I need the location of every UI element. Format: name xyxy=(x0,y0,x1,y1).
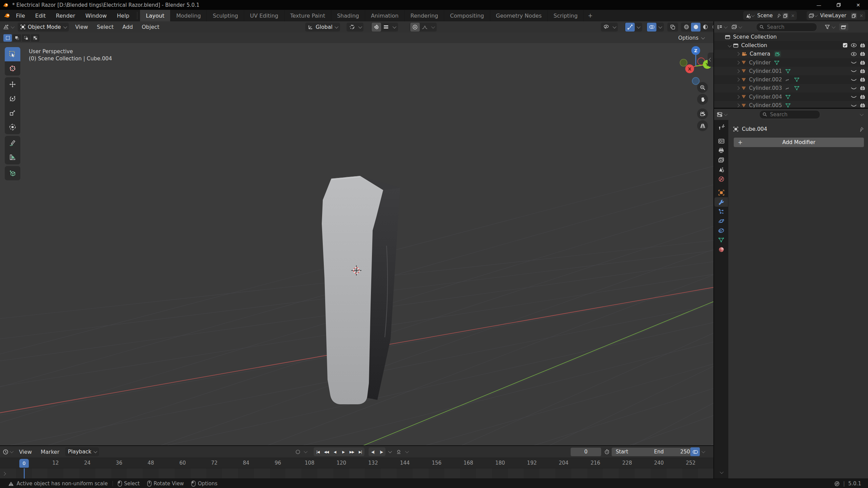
camera-visibility-icon[interactable] xyxy=(860,77,865,82)
add-modifier-button[interactable]: + Add Modifier xyxy=(734,138,864,147)
eye-closed-icon[interactable] xyxy=(851,86,857,90)
timeline-view-menu[interactable]: View xyxy=(15,449,36,455)
frame-end-field[interactable]: End 250 xyxy=(650,448,694,456)
snap-toggle[interactable] xyxy=(372,23,381,32)
editor-type-selector[interactable] xyxy=(3,24,14,30)
menu-item[interactable]: Window xyxy=(80,10,112,21)
viewport-menu-item[interactable]: Object xyxy=(137,24,164,30)
zoom-button[interactable] xyxy=(697,82,708,93)
eye-closed-icon[interactable] xyxy=(851,78,857,82)
expand-chevron-icon[interactable] xyxy=(734,70,741,73)
expand-chevron-icon[interactable] xyxy=(726,44,733,47)
close-button[interactable]: ✕ xyxy=(848,0,868,10)
playback-button[interactable]: |◀ xyxy=(314,447,322,456)
tab-object[interactable] xyxy=(714,188,728,197)
viewport-menu-item[interactable]: Select xyxy=(93,24,118,30)
outliner-row[interactable]: Camera xyxy=(714,50,868,58)
scale-tool[interactable] xyxy=(5,106,20,120)
menu-item[interactable]: Render xyxy=(51,10,80,21)
tabs-overflow-chevron[interactable] xyxy=(720,470,724,474)
tab-modifiers[interactable] xyxy=(714,197,728,207)
eye-open-icon[interactable] xyxy=(851,52,857,56)
falloff-selector[interactable] xyxy=(420,23,429,32)
xray-toggle[interactable] xyxy=(667,23,678,32)
outliner-editor-selector[interactable] xyxy=(717,24,727,29)
move-tool[interactable] xyxy=(5,77,20,92)
auto-keying-button[interactable] xyxy=(394,447,403,456)
outliner-row[interactable]: Cylinder.002 xyxy=(714,75,868,84)
copy-scene-button[interactable] xyxy=(783,13,788,19)
playback-button[interactable]: ◀ xyxy=(331,447,339,456)
tab-world[interactable] xyxy=(714,174,728,184)
playback-sync-button[interactable] xyxy=(690,447,700,456)
eye-closed-icon[interactable] xyxy=(851,69,857,73)
outliner-filter[interactable] xyxy=(825,24,834,29)
expand-chevron-icon[interactable] xyxy=(734,87,741,89)
expand-chevron-icon[interactable] xyxy=(734,96,741,98)
rotate-tool[interactable] xyxy=(5,92,20,106)
proportional-edit-toggle[interactable] xyxy=(410,23,420,32)
collection-checkbox[interactable] xyxy=(843,43,848,48)
menu-item[interactable]: Edit xyxy=(30,10,51,21)
annotate-tool[interactable] xyxy=(5,136,20,150)
eye-open-icon[interactable] xyxy=(851,43,857,47)
tab-object-data[interactable] xyxy=(714,235,728,245)
snap-to-selector[interactable] xyxy=(381,23,391,32)
scene-selector[interactable]: Scene ✕ xyxy=(743,11,797,20)
camera-visibility-icon[interactable] xyxy=(860,60,865,65)
outliner-row[interactable]: Scene Collection xyxy=(714,33,868,41)
menu-item[interactable]: File xyxy=(11,10,30,21)
select-mode-extend-button[interactable] xyxy=(13,34,21,42)
playback-button[interactable]: ◀◀ xyxy=(322,447,331,456)
tab-constraints[interactable] xyxy=(714,226,728,235)
select-mode-invert-button[interactable] xyxy=(31,34,39,42)
axis-neg-x-handle[interactable] xyxy=(680,59,687,66)
workspace-tab[interactable]: UV Editing xyxy=(244,10,284,21)
3d-viewport[interactable]: User Perspective (0) Scene Collection | … xyxy=(0,43,713,445)
tab-tool[interactable] xyxy=(714,123,728,132)
pin-icon[interactable] xyxy=(776,13,781,18)
record-button[interactable] xyxy=(293,447,302,456)
show-overlays-toggle[interactable] xyxy=(647,23,656,32)
channel-expand-chevron[interactable] xyxy=(2,472,6,475)
transform-tool[interactable] xyxy=(5,120,20,134)
outliner-search[interactable] xyxy=(756,23,817,32)
outliner-row[interactable]: Cylinder.003 xyxy=(714,84,868,93)
eye-closed-icon[interactable] xyxy=(851,95,857,99)
new-collection-button[interactable] xyxy=(839,23,848,30)
playback-button[interactable]: ▶▶ xyxy=(348,447,356,456)
viewport-menu-item[interactable]: View xyxy=(71,24,93,30)
workspace-tab[interactable]: Scripting xyxy=(548,10,584,21)
pin-icon[interactable] xyxy=(859,127,864,132)
visibility-dropdown[interactable] xyxy=(601,23,618,32)
razor-mesh-object[interactable] xyxy=(322,176,400,404)
viewlayer-selector[interactable]: ViewLayer ✕ xyxy=(807,11,865,20)
tab-view-layer[interactable] xyxy=(714,155,728,165)
timeline-ruler[interactable]: 1224364860728496108120132144156168180192… xyxy=(0,458,713,468)
outliner-row[interactable]: Cylinder xyxy=(714,58,868,67)
maximize-button[interactable] xyxy=(829,0,848,10)
playback-button[interactable]: ▶| xyxy=(356,447,364,456)
tab-particles[interactable] xyxy=(714,207,728,216)
menu-item[interactable]: Help xyxy=(112,10,134,21)
select-mode-set-button[interactable] xyxy=(3,34,12,42)
pivot-point-selector[interactable] xyxy=(347,23,363,32)
orthographic-toggle-button[interactable] xyxy=(697,120,708,131)
add-workspace-button[interactable]: + xyxy=(584,12,597,19)
tab-scene[interactable] xyxy=(714,165,728,174)
outliner-row[interactable]: Cylinder.001 xyxy=(714,67,868,75)
transform-orientation-selector[interactable]: Global xyxy=(305,23,340,32)
tab-material[interactable] xyxy=(714,245,728,254)
eye-closed-icon[interactable] xyxy=(851,60,857,65)
workspace-tab[interactable]: Sculpting xyxy=(207,10,244,21)
cursor-tool[interactable] xyxy=(5,61,20,76)
tab-output[interactable] xyxy=(714,146,728,155)
eye-closed-icon[interactable] xyxy=(851,103,857,108)
copy-viewlayer-button[interactable] xyxy=(851,13,857,19)
camera-visibility-icon[interactable] xyxy=(860,86,865,90)
timeline-track-area[interactable] xyxy=(0,468,713,479)
frame-step-button[interactable]: |▶ xyxy=(377,447,386,456)
workspace-tab[interactable]: Compositing xyxy=(444,10,490,21)
camera-visibility-icon[interactable] xyxy=(860,95,865,99)
outliner-row[interactable]: Cylinder.005 xyxy=(714,101,868,108)
